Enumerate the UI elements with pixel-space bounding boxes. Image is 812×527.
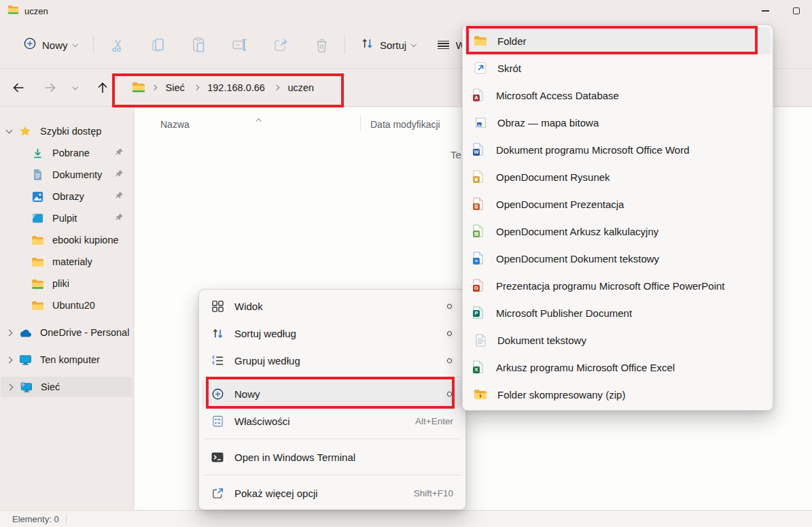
back-button[interactable]	[7, 82, 30, 93]
submenu-item-zip-folder[interactable]: Folder skompresowany (zip)	[465, 381, 771, 408]
sidebar-item-quick-access[interactable]: Szybki dostęp	[0, 121, 133, 141]
sidebar-item-documents[interactable]: Dokumenty	[0, 165, 133, 185]
context-menu-item-properties[interactable]: Właściwości Alt+Enter	[202, 407, 463, 435]
pin-icon	[115, 148, 124, 158]
properties-icon	[210, 415, 225, 428]
sidebar-item-label: Pobrane	[52, 148, 90, 158]
sidebar-item-label: ebooki kupione	[52, 235, 119, 245]
sidebar-item-downloads[interactable]: Pobrane	[0, 143, 133, 163]
sidebar-item-pictures[interactable]: Obrazy	[0, 186, 133, 207]
view-grid-icon	[210, 300, 225, 313]
odf-spreadsheet-file-icon: ▦	[473, 224, 487, 238]
rename-button[interactable]	[219, 37, 260, 52]
cut-icon	[110, 37, 126, 53]
menu-item-shortcut: Shift+F10	[414, 488, 453, 498]
column-header-name[interactable]: Nazwa	[160, 119, 190, 130]
recent-locations-button[interactable]	[64, 87, 87, 89]
sidebar-item-label: materialy	[52, 256, 92, 267]
delete-button[interactable]	[301, 37, 342, 53]
submenu-item-odf-text[interactable]: ≡ OpenDocument Dokument tekstowy	[465, 245, 771, 272]
sidebar-item-desktop[interactable]: Pulpit	[0, 208, 133, 228]
share-button[interactable]	[260, 37, 301, 52]
cut-button[interactable]	[97, 37, 138, 53]
submenu-item-bitmap-image[interactable]: Obraz — mapa bitowa	[465, 109, 771, 136]
annotation-highlight-address-bar	[112, 73, 344, 107]
pin-icon	[115, 191, 124, 202]
sidebar-item-label: Ubuntu20	[52, 300, 95, 311]
status-bar: Elementy: 0	[0, 510, 812, 527]
minimize-button[interactable]	[749, 0, 781, 22]
onedrive-icon	[18, 328, 33, 337]
submenu-item-odf-drawing[interactable]: ◆ OpenDocument Rysunek	[465, 163, 771, 190]
menu-item-label: Grupuj według	[234, 355, 300, 367]
menu-item-label: Dokument programu Microsoft Office Word	[496, 144, 690, 156]
new-button[interactable]: Nowy	[16, 32, 84, 58]
submenu-item-odf-spreadsheet[interactable]: ▦ OpenDocument Arkusz kalkulacyjny	[465, 218, 771, 245]
chevron-down-icon[interactable]	[0, 130, 18, 133]
menu-item-label: OpenDocument Arkusz kalkulacyjny	[496, 226, 658, 237]
sort-arrows-icon	[210, 327, 225, 340]
paste-button[interactable]	[179, 37, 219, 53]
folder-icon	[30, 235, 45, 245]
trash-icon	[315, 37, 329, 53]
forward-button[interactable]	[38, 82, 61, 93]
shortcut-icon	[473, 62, 488, 74]
sort-button[interactable]: Sortuj	[355, 32, 421, 58]
submenu-item-powerpoint-presentation[interactable]: G Prezentacja programu Microsoft Office …	[465, 272, 771, 299]
text-file-icon	[473, 334, 488, 347]
context-menu-item-view[interactable]: Widok	[202, 292, 463, 320]
document-icon	[30, 169, 45, 181]
context-menu-item-open-terminal[interactable]: Open in Windows Terminal	[202, 443, 463, 471]
submenu-item-word-document[interactable]: W Dokument programu Microsoft Office Wor…	[465, 136, 771, 163]
maximize-button[interactable]	[781, 0, 812, 22]
sidebar-item-ubuntu20[interactable]: Ubuntu20	[0, 295, 133, 316]
group-list-icon	[210, 354, 225, 367]
sidebar-item-materialy[interactable]: materialy	[0, 252, 133, 272]
menu-separator	[203, 475, 461, 475]
chevron-right-icon[interactable]	[1, 385, 18, 390]
column-divider[interactable]	[360, 116, 361, 131]
context-menu-item-sort-by[interactable]: Sortuj według	[202, 320, 463, 347]
odf-text-file-icon: ≡	[473, 252, 487, 265]
menu-item-label: Microsoft Access Database	[496, 90, 619, 101]
copy-icon	[151, 37, 166, 53]
context-menu-item-group-by[interactable]: Grupuj według	[202, 347, 463, 374]
access-file-icon: A	[473, 88, 487, 102]
show-more-icon	[210, 487, 225, 500]
computer-icon	[18, 354, 33, 366]
sidebar-item-network[interactable]: Sieć	[1, 377, 133, 397]
submenu-item-shortcut[interactable]: Skrót	[465, 54, 771, 82]
submenu-item-text-document[interactable]: Dokument tekstowy	[465, 326, 771, 354]
sort-arrows-icon	[360, 37, 374, 53]
sidebar-item-onedrive[interactable]: OneDrive - Personal	[0, 322, 133, 343]
sidebar-item-ebooki-kupione[interactable]: ebooki kupione	[0, 230, 133, 250]
window-folder-icon	[7, 5, 19, 17]
back-arrow-icon	[12, 82, 25, 93]
new-plus-icon	[23, 37, 37, 53]
view-list-icon	[438, 41, 449, 49]
sidebar-item-this-pc[interactable]: Ten komputer	[0, 350, 133, 370]
folder-icon	[30, 257, 45, 267]
odf-presentation-file-icon: ≣	[473, 197, 487, 211]
sidebar-item-pliki[interactable]: pliki	[0, 273, 133, 294]
paste-icon	[192, 37, 207, 53]
sidebar-item-label: Szybki dostęp	[40, 126, 101, 137]
menu-item-label: Skrót	[497, 63, 521, 74]
menu-item-label: Sortuj według	[234, 328, 296, 339]
submenu-item-publisher-document[interactable]: P Microsoft Publisher Document	[465, 299, 771, 326]
status-divider	[66, 514, 67, 524]
submenu-chevron-icon	[446, 303, 453, 309]
submenu-item-odf-presentation[interactable]: ≣ OpenDocument Prezentacja	[465, 190, 771, 218]
submenu-item-access-database[interactable]: A Microsoft Access Database	[465, 82, 771, 109]
sidebar-item-label: Ten komputer	[40, 354, 100, 365]
sidebar-item-label: Sieć	[41, 381, 60, 392]
network-icon	[18, 381, 33, 393]
menu-item-label: Arkusz programu Microsoft Office Excel	[496, 362, 675, 373]
column-header-date-modified[interactable]: Data modyfikacji	[370, 119, 440, 130]
context-menu-item-show-more-options[interactable]: Pokaż więcej opcji Shift+F10	[202, 479, 463, 507]
chevron-right-icon[interactable]	[0, 358, 18, 362]
submenu-item-excel-sheet[interactable]: X Arkusz programu Microsoft Office Excel	[465, 354, 771, 381]
up-button[interactable]	[91, 82, 114, 95]
chevron-right-icon[interactable]	[0, 330, 18, 335]
copy-button[interactable]	[138, 37, 179, 53]
